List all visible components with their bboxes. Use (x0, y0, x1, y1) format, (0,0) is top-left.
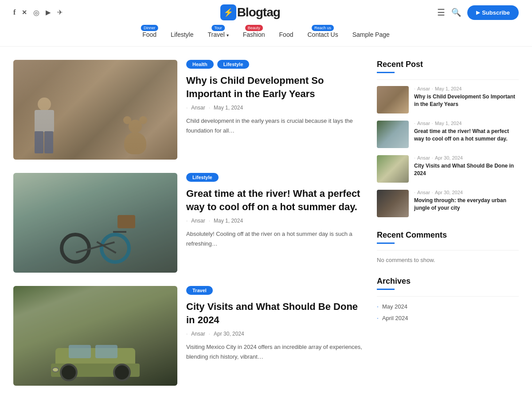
article-excerpt: Child development in the early years is … (186, 116, 364, 135)
recent-posts-underline (377, 72, 395, 73)
recent-date: May 1, 2024 (435, 121, 462, 126)
article-author-dot: · (186, 218, 188, 224)
recent-date: May 1, 2024 (435, 86, 462, 91)
nav-item-food1[interactable]: Dinner Food (136, 27, 163, 42)
article-image[interactable] (13, 286, 177, 386)
instagram-icon[interactable]: ◎ (33, 8, 39, 17)
sidebar: Recent Post · Ansar · May 1, 2024 Why is… (377, 60, 519, 386)
nav-item-lifestyle[interactable]: Lifestyle (164, 27, 200, 42)
articles-list: Health Lifestyle Why is Child Developmen… (13, 60, 364, 386)
article-meta: · Ansar · May 1, 2024 (186, 105, 364, 111)
recent-post-title[interactable]: Great time at the river! What a perfect … (414, 128, 519, 143)
article-card: Lifestyle Great time at the river! What … (13, 173, 364, 273)
recent-date: Apr 30, 2024 (435, 190, 463, 195)
recent-post-title[interactable]: City Visits and What Should Be Done in 2… (414, 162, 519, 177)
nav-badge-beauty: Beauty (245, 25, 263, 31)
telegram-icon[interactable]: ✈ (57, 8, 63, 16)
no-comments-text: No comments to show. (377, 257, 519, 263)
logo-text: Blogtag (237, 5, 280, 20)
article-author: Ansar (191, 218, 205, 224)
nav-bar: Dinner Food Lifestyle Tour Travel ▾ Beau… (0, 25, 532, 46)
archives-divider (377, 296, 519, 297)
logo-icon: ⚡ (220, 4, 236, 20)
article-date: May 1, 2024 (214, 105, 243, 111)
recent-post-meta: · Ansar · May 1, 2024 (414, 121, 519, 126)
article-excerpt: Absolutely! Cooling off at the river on … (186, 229, 364, 248)
archive-item[interactable]: · April 2024 (377, 314, 519, 321)
facebook-icon[interactable]: f (13, 8, 16, 16)
recent-comments-title: Recent Comments (377, 231, 519, 240)
main-layout: Health Lifestyle Why is Child Developmen… (0, 47, 532, 399)
recent-post-info: · Ansar · Apr 30, 2024 Moving through: t… (414, 190, 519, 212)
article-author: Ansar (191, 105, 205, 111)
article-date: May 1, 2024 (214, 218, 243, 224)
article-meta: · Ansar · May 1, 2024 (186, 218, 364, 224)
nav-item-contact[interactable]: Reach us Contact Us (301, 27, 344, 42)
tag-lifestyle[interactable]: Lifestyle (217, 60, 250, 69)
article-author-dot: · (186, 331, 188, 337)
nav-item-food2[interactable]: Food (273, 27, 300, 42)
recent-author: Ansar (417, 155, 430, 160)
article-date-dot: · (209, 218, 210, 224)
article-image[interactable] (13, 173, 177, 273)
recent-post-info: · Ansar · May 1, 2024 Why is Child Devel… (414, 86, 519, 108)
article-title[interactable]: Great time at the river! What a perfect … (186, 187, 364, 213)
recent-comments-section: Recent Comments No comments to show. (377, 231, 519, 263)
tag-travel[interactable]: Travel (186, 286, 213, 295)
nav-item-sample[interactable]: Sample Page (346, 27, 396, 42)
youtube-icon[interactable]: ▶ (46, 8, 51, 16)
archive-item[interactable]: · May 2024 (377, 303, 519, 310)
article-body: Lifestyle Great time at the river! What … (186, 173, 364, 248)
travel-dropdown-icon: ▾ (227, 33, 229, 38)
recent-author: Ansar (417, 86, 430, 91)
article-image[interactable] (13, 60, 177, 160)
archives-underline (377, 289, 395, 290)
tag-lifestyle2[interactable]: Lifestyle (186, 173, 219, 182)
article-author: Ansar (191, 331, 205, 337)
recent-author: Ansar (417, 121, 430, 126)
article-card: Travel City Visits and What Should Be Do… (13, 286, 364, 386)
site-header: f ✕ ◎ ▶ ✈ ⚡ Blogtag ☰ 🔍 ▶ Subscribe Dinn… (0, 0, 532, 47)
recent-author: Ansar (417, 190, 430, 195)
archive-bullet: · (377, 314, 379, 321)
tag-group: Travel (186, 286, 364, 295)
nav-badge-tour: Tour (211, 25, 225, 31)
recent-post-title[interactable]: Moving through: the everyday urban jungl… (414, 197, 519, 212)
search-icon[interactable]: 🔍 (451, 8, 461, 17)
tag-health[interactable]: Health (186, 60, 214, 69)
archive-bullet: · (377, 303, 379, 310)
tag-group: Lifestyle (186, 173, 364, 182)
recent-post-title[interactable]: Why is Child Development So Important in… (414, 93, 519, 108)
recent-post-meta: · Ansar · Apr 30, 2024 (414, 190, 519, 195)
social-icons: f ✕ ◎ ▶ ✈ (13, 8, 63, 17)
nav-item-travel[interactable]: Tour Travel ▾ (201, 27, 235, 42)
nav-badge-dinner: Dinner (141, 25, 158, 31)
header-actions: ☰ 🔍 ▶ Subscribe (437, 5, 519, 20)
recent-post-thumb[interactable] (377, 86, 409, 113)
subscribe-button[interactable]: ▶ Subscribe (467, 5, 519, 20)
nav-badge-reachme: Reach us (312, 25, 334, 31)
subscribe-play-icon: ▶ (476, 10, 480, 16)
twitter-x-icon[interactable]: ✕ (22, 9, 27, 16)
tag-group: Health Lifestyle (186, 60, 364, 69)
recent-post-thumb[interactable] (377, 190, 409, 217)
nav-item-fashion[interactable]: Beauty Fashion (237, 27, 271, 42)
recent-post-thumb[interactable] (377, 155, 409, 183)
archives-section: Archives · May 2024 · April 2024 (377, 277, 519, 321)
logo[interactable]: ⚡ Blogtag (220, 4, 280, 20)
recent-comments-underline (377, 243, 395, 244)
recent-post-thumb[interactable] (377, 121, 409, 148)
article-author-dot: · (186, 105, 188, 111)
article-meta: · Ansar · Apr 30, 2024 (186, 331, 364, 337)
recent-post-info: · Ansar · May 1, 2024 Great time at the … (414, 121, 519, 143)
recent-comments-divider (377, 250, 519, 250)
recent-post-info: · Ansar · Apr 30, 2024 City Visits and W… (414, 155, 519, 177)
article-title[interactable]: City Visits and What Should Be Done in 2… (186, 300, 364, 326)
recent-posts-divider (377, 79, 519, 80)
archives-title: Archives (377, 277, 519, 286)
article-body: Travel City Visits and What Should Be Do… (186, 286, 364, 361)
recent-post-meta: · Ansar · May 1, 2024 (414, 86, 519, 91)
hamburger-icon[interactable]: ☰ (437, 8, 445, 17)
article-date-dot: · (209, 331, 210, 337)
article-title[interactable]: Why is Child Development So Important in… (186, 74, 364, 100)
